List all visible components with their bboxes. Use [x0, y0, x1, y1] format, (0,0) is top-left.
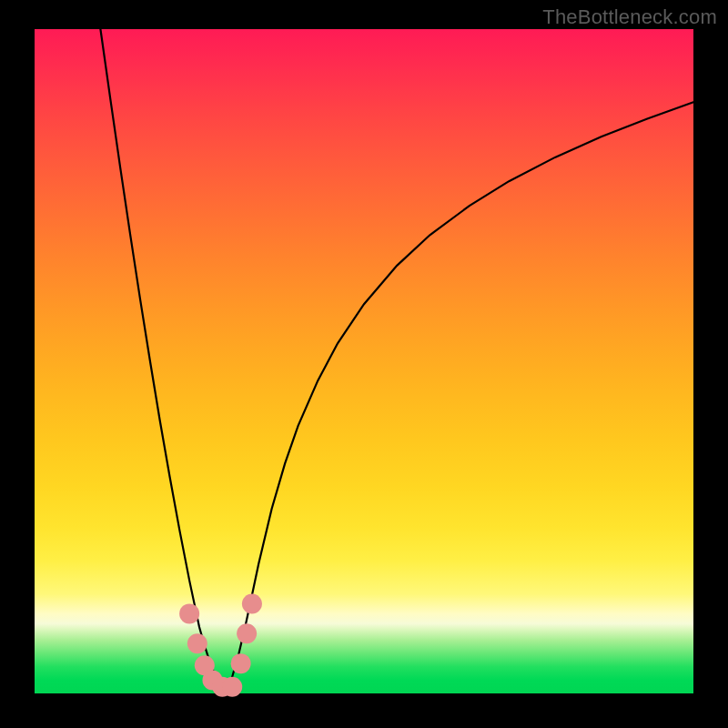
curve-right [226, 102, 693, 692]
curve-left [100, 29, 226, 693]
marker-dot [222, 677, 242, 697]
marker-dot [179, 603, 199, 623]
watermark-text: TheBottleneck.com [542, 5, 717, 29]
marker-dot [187, 633, 207, 653]
marker-dot [242, 593, 262, 613]
marker-group [179, 593, 262, 696]
marker-dot [231, 653, 251, 673]
chart-overlay [35, 29, 693, 693]
marker-dot [237, 623, 257, 643]
chart-frame: TheBottleneck.com [0, 0, 728, 728]
curve-group [100, 29, 693, 693]
